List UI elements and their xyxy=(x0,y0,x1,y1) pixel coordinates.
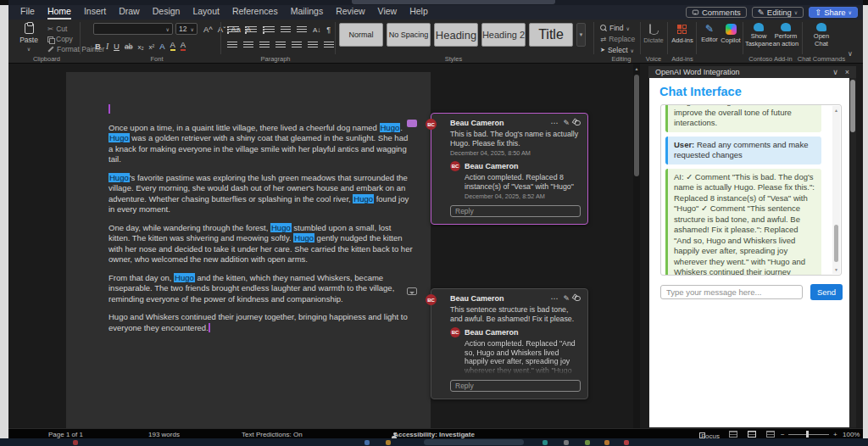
bold-icon[interactable]: B xyxy=(95,42,101,51)
close-icon[interactable]: × xyxy=(845,68,849,76)
text-effects-icon[interactable]: A xyxy=(159,42,164,51)
comment-anchor-icon[interactable] xyxy=(407,120,417,127)
font-name-combobox[interactable]: ∨ xyxy=(93,23,173,35)
chevron-down-icon[interactable]: ∨ xyxy=(832,68,838,76)
send-button[interactable]: Send xyxy=(810,284,843,300)
align-center-icon[interactable] xyxy=(243,42,253,49)
decrease-indent-icon[interactable] xyxy=(281,26,291,34)
taskbar-app-icon[interactable] xyxy=(585,440,590,445)
scroll-down-arrow[interactable]: ▼ xyxy=(834,267,838,272)
scrollbar-thumb[interactable] xyxy=(634,75,639,176)
font-tool-icon[interactable]: Aˇ xyxy=(218,25,226,34)
accessibility-status[interactable]: Accessibility: Investigate xyxy=(392,431,475,438)
show-taskpane-button[interactable]: Show Taskpane xyxy=(745,23,772,47)
read-mode-icon[interactable] xyxy=(729,431,737,438)
find-button[interactable]: Find∨ xyxy=(600,24,630,32)
text-predictions-status[interactable]: Text Predictions: On xyxy=(242,431,303,438)
style-no-spacing[interactable]: No Spacing xyxy=(387,23,431,47)
paragraph[interactable]: From that day on, Hugo and the kitten, w… xyxy=(108,273,414,305)
bullet-list-icon[interactable] xyxy=(227,26,239,34)
ribbon-collapse-chevron[interactable]: ∨ xyxy=(848,50,853,58)
share-button[interactable]: ⇧ Share ∨ xyxy=(809,7,858,18)
menu-tab-view[interactable]: View xyxy=(378,5,398,20)
web-layout-icon[interactable] xyxy=(766,431,775,438)
align-right-icon[interactable] xyxy=(259,42,270,49)
font-tool-icon[interactable]: A^ xyxy=(203,25,213,34)
subscript-icon[interactable]: x₂ xyxy=(137,43,143,51)
chat-input[interactable] xyxy=(660,285,803,299)
cut-button[interactable]: ✂Cut xyxy=(47,25,67,33)
taskbar-app-icon[interactable] xyxy=(386,440,391,445)
perform-action-button[interactable]: Perform an action xyxy=(772,23,799,47)
document-page[interactable]: Once upon a time, in a quaint little vil… xyxy=(66,72,431,428)
copy-button[interactable]: Copy xyxy=(47,35,73,43)
scrollbar-thumb[interactable] xyxy=(834,225,838,262)
focus-mode-button[interactable]: Focus xyxy=(699,431,701,438)
editing-mode-button[interactable]: ✎ Editing ∨ xyxy=(752,7,804,18)
taskbar-app-icon[interactable] xyxy=(624,440,629,445)
edit-comment-icon[interactable]: ✎ xyxy=(563,119,570,127)
comment-card[interactable]: BCBeau Cameron⋯✎This is bad. The dog's n… xyxy=(431,113,588,225)
sort-icon[interactable]: A↓ xyxy=(313,26,320,34)
multilevel-list-icon[interactable] xyxy=(263,26,275,34)
like-icon[interactable] xyxy=(575,296,581,301)
word-count[interactable]: 193 words xyxy=(148,431,180,438)
menu-tab-insert[interactable]: Insert xyxy=(84,5,106,20)
reply-input[interactable] xyxy=(450,205,581,217)
taskbar-search[interactable] xyxy=(424,439,524,445)
zoom-level[interactable]: 100% xyxy=(843,431,860,438)
zoom-out-button[interactable]: − xyxy=(781,431,785,438)
panel-scrollbar[interactable] xyxy=(849,78,856,427)
shading-icon[interactable] xyxy=(308,42,318,49)
menu-tab-file[interactable]: File xyxy=(20,5,35,20)
chat-scrollbar[interactable]: ▲ ▼ xyxy=(832,106,840,274)
highlight-color-icon[interactable]: A xyxy=(170,40,175,51)
select-button[interactable]: ➤Select∨ xyxy=(600,46,634,54)
paste-button[interactable]: Paste ∨ xyxy=(15,23,42,52)
comment-anchor-icon[interactable] xyxy=(407,287,417,295)
styles-more-button[interactable]: ▼ xyxy=(576,23,586,47)
taskbar-app-icon[interactable] xyxy=(564,440,569,445)
paragraph[interactable]: Hugo and Whiskers continued their journe… xyxy=(108,312,414,333)
comments-button[interactable]: Comments xyxy=(686,7,747,18)
menu-tab-help[interactable]: Help xyxy=(409,5,428,20)
strikethrough-icon[interactable]: ab xyxy=(125,42,132,51)
align-left-icon[interactable] xyxy=(227,42,237,49)
underline-icon[interactable]: U xyxy=(114,42,120,51)
menu-tab-draw[interactable]: Draw xyxy=(119,5,140,20)
replace-button[interactable]: ⇄Replace xyxy=(600,35,635,43)
line-spacing-icon[interactable] xyxy=(292,42,302,49)
borders-icon[interactable] xyxy=(324,42,334,49)
italic-icon[interactable]: I xyxy=(106,42,108,51)
font-size-combobox[interactable]: 12∨ xyxy=(175,23,198,35)
menu-tab-references[interactable]: References xyxy=(232,5,278,20)
comment-card[interactable]: BCBeau Cameron⋯✎This sentence structure … xyxy=(431,288,588,399)
paragraph-mark-icon[interactable]: ¶ xyxy=(326,25,331,34)
paragraph[interactable]: One day, while wandering through the for… xyxy=(108,223,414,265)
zoom-slider-thumb[interactable] xyxy=(806,431,809,438)
more-options-icon[interactable]: ⋯ xyxy=(550,119,558,127)
document-text[interactable]: Once upon a time, in a quaint little vil… xyxy=(66,72,431,333)
page-indicator[interactable]: Page 1 of 1 xyxy=(48,431,83,438)
scroll-up-arrow[interactable]: ▲ xyxy=(834,108,838,113)
menu-tab-layout[interactable]: Layout xyxy=(192,5,220,20)
zoom-in-button[interactable]: + xyxy=(833,431,837,438)
taskbar-app-icon[interactable] xyxy=(604,440,609,445)
paragraph[interactable]: Once upon a time, in a quaint little vil… xyxy=(108,123,414,165)
scrollbar-thumb[interactable] xyxy=(850,80,855,132)
copilot-button[interactable]: Copilot xyxy=(720,24,742,44)
editor-button[interactable]: ✎ Editor xyxy=(699,24,720,43)
style-normal[interactable]: Normal xyxy=(339,23,383,47)
taskbar-app-icon[interactable] xyxy=(542,440,548,445)
reply-input[interactable] xyxy=(450,380,581,392)
style-heading[interactable]: Heading xyxy=(434,23,478,47)
font-color-icon[interactable]: A xyxy=(181,40,186,51)
increase-indent-icon[interactable] xyxy=(297,26,307,34)
taskbar-app-icon[interactable] xyxy=(364,440,370,445)
menu-tab-mailings[interactable]: Mailings xyxy=(291,5,324,20)
style-heading-2[interactable]: Heading 2 xyxy=(481,23,526,47)
menu-tab-home[interactable]: Home xyxy=(47,5,71,20)
numbered-list-icon[interactable] xyxy=(245,26,257,34)
taskbar-app-icon[interactable] xyxy=(73,440,78,445)
more-options-icon[interactable]: ⋯ xyxy=(550,294,558,303)
